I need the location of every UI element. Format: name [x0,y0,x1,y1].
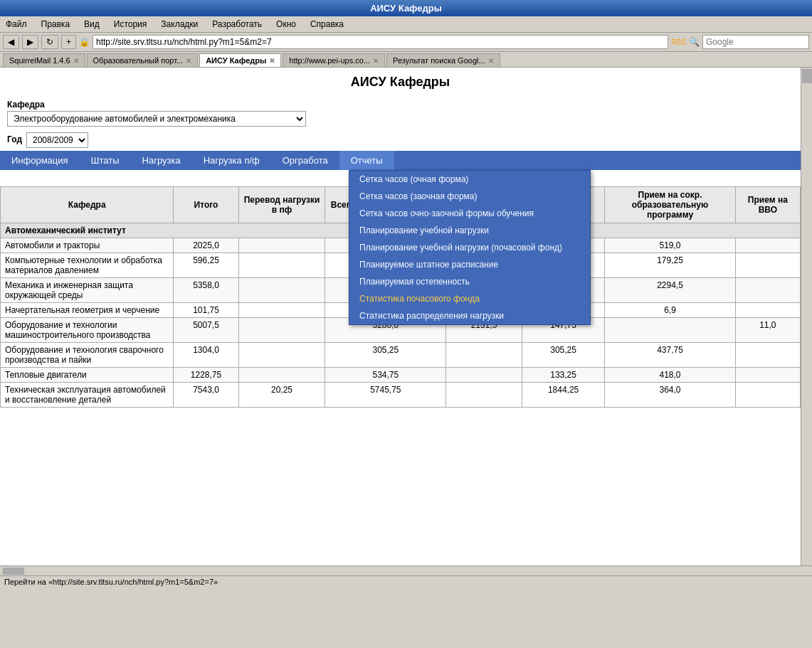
nav-orgwork[interactable]: Оргработа [271,151,339,170]
menu-develop[interactable]: Разработать [209,18,265,31]
tab-pei[interactable]: http://www.pei-ups.co... ✕ [283,53,385,67]
cell-priem-sokr: 179,25 [605,253,735,278]
col-kafedra: Кафедра [1,187,174,223]
cell-priem-vvo: 11,0 [735,318,800,343]
department-select[interactable]: Электрооборудование автомобилей и электр… [7,111,306,127]
cell-priem-vvo [735,278,800,303]
page-content: АИСУ Кафедры Кафедра Электрооборудование… [0,68,812,565]
tab-close[interactable]: ✕ [373,57,379,65]
cell-zhig: 133,25 [522,368,605,383]
tab-close[interactable]: ✕ [186,57,191,65]
back-button[interactable]: ◀ [3,35,19,49]
cell-priem-vvo [735,343,800,368]
dropdown-item-6[interactable]: Планируемая остепенность [349,273,590,290]
department-section: Кафедра Электрооборудование автомобилей … [0,97,801,129]
tab-obrazovatelny[interactable]: Образовательный порт... ✕ [87,53,199,67]
forward-button[interactable]: ▶ [22,35,38,49]
horizontal-scrollbar[interactable] [0,565,812,575]
add-tab-button[interactable]: + [61,35,76,49]
tab-label: Образовательный порт... [93,56,184,65]
cell-priem-sokr: 2294,5 [605,278,735,303]
tab-close[interactable]: ✕ [73,57,79,65]
menu-file[interactable]: Файл [3,18,30,31]
cell-name: Оборудование и технология сварочного про… [1,343,174,368]
cell-priem-sokr: 519,0 [605,238,735,253]
nav-load[interactable]: Нагрузка [131,151,192,170]
tab-aisu[interactable]: АИСУ Кафедры ✕ [199,53,281,67]
col-priem-vvo: Прием на ВВО [735,187,800,223]
cell-perevod [238,303,325,318]
dropdown-item-2[interactable]: Сетка часов очно-заочной формы обучения [349,205,590,222]
tab-close[interactable]: ✕ [488,57,494,65]
tab-google[interactable]: Результат поиска Googl... ✕ [386,53,500,67]
tabs-bar: SquirrelMail 1.4.6 ✕ Образовательный пор… [0,52,812,68]
nav-staff[interactable]: Штаты [80,151,131,170]
cell-perevod [238,343,325,368]
cell-priem-sokr: 6,9 [605,303,735,318]
col-itogo: Итого [174,187,238,223]
tab-squirrelmail[interactable]: SquirrelMail 1.4.6 ✕ [3,53,85,67]
year-section: Год 2008/2009 [0,129,801,151]
cell-itogo: 5007,5 [174,318,238,343]
cell-name: Компьютерные технологии и обработка мате… [1,253,174,278]
dropdown-item-5[interactable]: Планируемое штатное расписание [349,256,590,273]
toolbar: ◀ ▶ ↻ + 🔒 RSS 🔍 [0,33,812,52]
search-input[interactable] [702,35,809,49]
status-bar: Перейти на «http://site.srv.tltsu.ru/nch… [0,575,812,588]
cell-name: Техническая эксплуатация автомобилей и в… [1,383,174,408]
tab-label: SquirrelMail 1.4.6 [9,56,70,65]
menu-view[interactable]: Вид [81,18,102,31]
dropdown-item-7[interactable]: Статистика почасового фонда [349,290,590,307]
lock-icon: 🔒 [79,37,90,47]
year-label: Год [7,134,22,144]
dropdown-item-0[interactable]: Сетка часов (очная форма) [349,171,590,188]
menu-history[interactable]: История [111,18,150,31]
nav-load-pf[interactable]: Нагрузка п/ф [192,151,271,170]
window-title-bar: АИСУ Кафедры [0,0,812,16]
dropdown-item-1[interactable]: Сетка часов (заочная форма) [349,188,590,205]
cell-itogo: 1304,0 [174,343,238,368]
cell-name: Оборудование и технологии машиностроител… [1,318,174,343]
menu-bookmarks[interactable]: Закладки [158,18,201,31]
cell-priem-vvo [735,238,800,253]
cell-tolyatti [446,368,522,383]
table-row: Техническая эксплуатация автомобилей и в… [1,383,801,408]
nav-menu: Информация Штаты Нагрузка Нагрузка п/ф О… [0,151,801,170]
nav-info[interactable]: Информация [0,151,80,170]
tab-label: Результат поиска Googl... [393,56,485,65]
cell-itogo: 5358,0 [174,278,238,303]
cell-vsego: 534,75 [325,368,446,383]
cell-priem-vvo [735,303,800,318]
cell-vsego: 305,25 [325,343,446,368]
tab-label: http://www.pei-ups.co... [289,56,370,65]
cell-priem-sokr: 418,0 [605,368,735,383]
tab-label: АИСУ Кафедры [206,56,266,65]
cell-itogo: 596,25 [174,253,238,278]
cell-tolyatti [446,383,522,408]
search-icon: 🔍 [689,37,700,47]
address-input[interactable] [93,35,668,49]
nav-reports[interactable]: Отчеты [339,151,394,170]
cell-priem-vvo [735,368,800,383]
col-priem-sokr: Прием на сокр. образовательную программу [605,187,735,223]
cell-perevod: 20,25 [238,383,325,408]
dropdown-item-3[interactable]: Планирование учебной нагрузки [349,222,590,239]
cell-itogo: 1228,75 [174,368,238,383]
tab-close[interactable]: ✕ [269,57,275,65]
menu-edit[interactable]: Правка [38,18,73,31]
menu-window[interactable]: Окно [273,18,299,31]
cell-tolyatti [446,343,522,368]
reload-button[interactable]: ↻ [41,35,58,49]
rss-icon: RSS [671,38,686,46]
cell-zhig: 305,25 [522,343,605,368]
cell-itogo: 101,75 [174,303,238,318]
cell-perevod [238,253,325,278]
year-select[interactable]: 2008/2009 [26,132,88,148]
dropdown-item-8[interactable]: Статистика распределения нагрузки [349,307,590,324]
cell-name: Начертательная геометрия и черчение [1,303,174,318]
dropdown-menu: Сетка часов (очная форма) Сетка часов (з… [349,170,591,325]
menu-help[interactable]: Справка [307,18,347,31]
dropdown-item-4[interactable]: Планирование учебной нагрузки (почасовой… [349,239,590,256]
cell-perevod [238,318,325,343]
cell-priem-sokr: 437,75 [605,343,735,368]
